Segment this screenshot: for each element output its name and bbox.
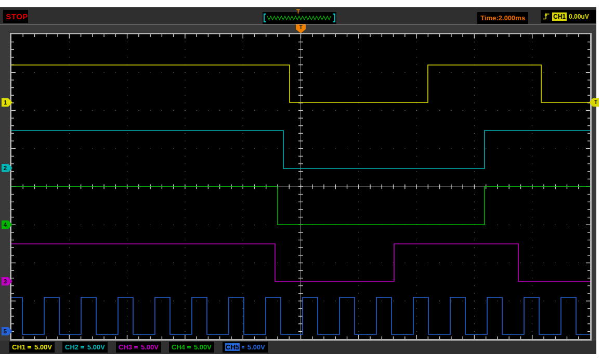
channel-scale: 5.00V: [194, 343, 212, 351]
channel-name: CH2: [65, 343, 79, 351]
timebase-label: Time:2.000ms: [480, 14, 525, 22]
trace-ch4: [11, 187, 590, 225]
channel-readout-ch1[interactable]: CH1 5.00V: [9, 342, 55, 353]
channel-name: CH4: [172, 343, 185, 351]
trigger-level-value: 0.00uV: [569, 13, 589, 20]
rising-edge-trigger-icon: [543, 12, 550, 21]
channel-scale: 5.00V: [247, 343, 265, 351]
channel-scale: 5.00V: [87, 343, 105, 351]
graticule-area: T 12345: [11, 34, 590, 339]
oscilloscope-window: STOP T Time:2.000ms CH1 0.00uV T T 12345: [0, 7, 596, 354]
channel-zero-marker-ch1[interactable]: 1: [2, 98, 12, 107]
dc-coupling-icon: [81, 345, 84, 349]
channel-readout-ch4[interactable]: CH4 5.00V: [169, 342, 214, 353]
preview-trigger-marker: T: [296, 8, 300, 15]
scope-display: T 12345: [10, 33, 592, 341]
trace-ch3: [11, 244, 590, 281]
channel-scale: 5.00V: [141, 343, 159, 351]
top-status-bar: STOP T Time:2.000ms CH1 0.00uV: [0, 8, 596, 24]
trace-ch1: [11, 65, 590, 102]
channel-scale: 5.00V: [34, 343, 52, 351]
channel-name: CH1: [12, 343, 25, 351]
bottom-channel-bar: CH1 5.00V CH2 5.00V CH3 5.00V CH4 5.00V …: [0, 341, 596, 354]
channel-zero-marker-ch5[interactable]: 5: [2, 327, 12, 335]
waveform-traces: [11, 34, 590, 339]
channel-readout-ch3[interactable]: CH3 5.00V: [116, 342, 161, 353]
timebase-readout[interactable]: Time:2.000ms: [477, 12, 528, 24]
trace-ch2: [11, 131, 590, 168]
channel-readout-ch5[interactable]: CH5 5.00V: [223, 342, 268, 353]
channel-name: CH5: [225, 343, 240, 351]
acquisition-status-label: STOP: [6, 12, 28, 21]
trace-ch5: [11, 297, 590, 334]
channel-zero-marker-ch3[interactable]: 3: [2, 277, 12, 285]
dc-coupling-icon: [242, 345, 244, 349]
preview-right-bracket-icon: [333, 14, 335, 22]
dc-coupling-icon: [187, 345, 191, 349]
trigger-position-marker[interactable]: T: [296, 24, 306, 33]
dc-coupling-icon: [28, 345, 31, 349]
channel-readout-ch2[interactable]: CH2 5.00V: [62, 342, 108, 353]
trigger-readout[interactable]: CH1 0.00uV: [541, 10, 596, 23]
channel-zero-marker-ch2[interactable]: 2: [2, 164, 12, 172]
dc-coupling-icon: [134, 345, 138, 349]
trigger-level-marker[interactable]: T: [589, 98, 599, 107]
trigger-source-chip: CH1: [552, 12, 567, 21]
channel-zero-marker-ch4[interactable]: 4: [2, 220, 12, 229]
acquisition-status-button[interactable]: STOP: [3, 10, 28, 23]
channel-name: CH3: [119, 343, 132, 351]
